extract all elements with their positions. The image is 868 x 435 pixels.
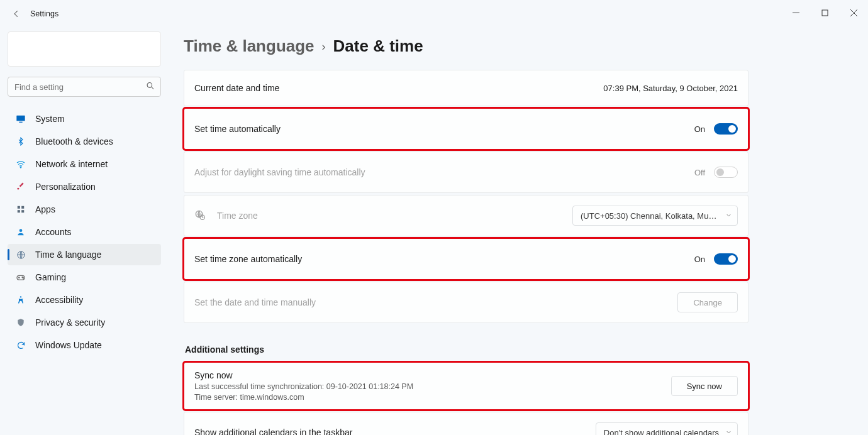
brush-icon — [15, 181, 26, 192]
sidebar-item-windows-update[interactable]: Windows Update — [8, 334, 161, 356]
card-sync-now: Sync now Last successful time synchroniz… — [184, 362, 748, 410]
sidebar-item-privacy[interactable]: Privacy & security — [8, 312, 161, 333]
svg-point-13 — [19, 229, 23, 232]
chevron-right-icon: › — [322, 40, 326, 53]
maximize-button[interactable] — [810, 0, 839, 25]
card-additional-calendars: Show additional calendars in the taskbar… — [184, 412, 748, 435]
svg-point-4 — [147, 83, 152, 88]
wifi-icon — [15, 158, 26, 170]
update-icon — [15, 339, 26, 351]
current-datetime-value: 07:39 PM, Saturday, 9 October, 2021 — [603, 84, 738, 93]
svg-rect-7 — [19, 122, 22, 123]
svg-rect-6 — [16, 116, 25, 121]
timezone-icon — [194, 209, 206, 223]
sidebar-item-label: Windows Update — [35, 340, 102, 350]
sidebar-item-personalization[interactable]: Personalization — [8, 176, 161, 197]
sidebar-item-accessibility[interactable]: Accessibility — [8, 289, 161, 311]
main-content: Time & language › Date & time Current da… — [169, 28, 868, 435]
sidebar: System Bluetooth & devices Network & int… — [0, 28, 169, 435]
search-input[interactable] — [8, 77, 161, 97]
chevron-down-icon — [725, 428, 732, 436]
back-button[interactable] — [5, 3, 28, 25]
breadcrumb-current: Date & time — [333, 36, 423, 56]
accessibility-icon — [15, 294, 26, 306]
additional-calendars-dropdown[interactable]: Don't show additional calendars — [596, 422, 738, 435]
titlebar: Settings — [0, 0, 868, 28]
sidebar-item-label: Bluetooth & devices — [35, 136, 113, 146]
set-time-auto-label: Set time automatically — [194, 124, 281, 134]
shield-icon — [15, 317, 26, 328]
change-button: Change — [677, 292, 738, 312]
svg-rect-1 — [822, 10, 828, 16]
timezone-dropdown[interactable]: (UTC+05:30) Chennai, Kolkata, Mumbai, Ne… — [572, 206, 738, 226]
apps-icon — [15, 204, 26, 215]
svg-point-19 — [23, 278, 23, 278]
window-title: Settings — [30, 9, 58, 18]
sidebar-item-gaming[interactable]: Gaming — [8, 267, 161, 288]
sidebar-item-label: Privacy & security — [35, 317, 105, 328]
svg-rect-10 — [21, 206, 24, 209]
sidebar-item-label: Network & internet — [35, 159, 108, 169]
svg-rect-11 — [18, 210, 20, 212]
additional-calendars-value: Don't show additional calendars — [604, 428, 719, 436]
set-tz-auto-toggle[interactable] — [714, 253, 738, 265]
sync-now-title: Sync now — [194, 370, 413, 380]
sidebar-item-system[interactable]: System — [8, 108, 161, 129]
nav: System Bluetooth & devices Network & int… — [8, 108, 161, 356]
set-tz-auto-label: Set time zone automatically — [194, 254, 302, 264]
toggle-state-label: On — [694, 124, 705, 134]
sidebar-item-label: Apps — [35, 204, 55, 214]
system-icon — [15, 113, 26, 124]
breadcrumb-parent[interactable]: Time & language — [184, 36, 314, 56]
card-set-manual: Set the date and time manually Change — [184, 282, 748, 323]
search-icon — [146, 82, 155, 92]
card-set-time-auto: Set time automatically On — [184, 108, 748, 150]
additional-settings-title: Additional settings — [185, 344, 748, 355]
svg-point-8 — [20, 167, 21, 168]
breadcrumb: Time & language › Date & time — [184, 36, 748, 56]
bluetooth-icon — [15, 136, 26, 147]
svg-point-20 — [20, 296, 21, 297]
set-manual-label: Set the date and time manually — [194, 297, 316, 307]
sidebar-item-apps[interactable]: Apps — [8, 199, 161, 220]
toggle-state-label: Off — [694, 168, 705, 177]
svg-rect-9 — [18, 206, 20, 209]
card-timezone: Time zone (UTC+05:30) Chennai, Kolkata, … — [184, 195, 748, 236]
timezone-value: (UTC+05:30) Chennai, Kolkata, Mumbai, Ne… — [581, 211, 719, 221]
sync-time-server: Time server: time.windows.com — [194, 393, 413, 402]
sidebar-item-bluetooth[interactable]: Bluetooth & devices — [8, 131, 161, 152]
person-icon — [15, 226, 26, 238]
sidebar-item-label: System — [35, 114, 65, 124]
close-button[interactable] — [839, 0, 868, 25]
toggle-state-label: On — [694, 255, 705, 264]
sidebar-item-label: Time & language — [35, 250, 101, 260]
svg-rect-12 — [21, 210, 24, 212]
current-datetime-label: Current date and time — [194, 83, 279, 93]
sidebar-item-label: Gaming — [35, 272, 66, 282]
card-current-datetime: Current date and time 07:39 PM, Saturday… — [184, 70, 748, 106]
set-time-auto-toggle[interactable] — [714, 123, 738, 135]
sidebar-item-label: Accounts — [35, 227, 72, 237]
minimize-button[interactable] — [781, 0, 810, 25]
svg-line-5 — [152, 87, 154, 89]
additional-calendars-label: Show additional calendars in the taskbar — [194, 427, 352, 435]
user-card[interactable] — [8, 31, 161, 67]
timezone-label: Time zone — [217, 211, 258, 221]
sidebar-item-time-language[interactable]: Time & language — [8, 244, 161, 265]
sync-now-button[interactable]: Sync now — [671, 376, 738, 396]
window-controls — [781, 0, 868, 25]
sidebar-item-label: Accessibility — [35, 295, 83, 305]
search-wrap — [8, 77, 161, 97]
sidebar-item-network[interactable]: Network & internet — [8, 153, 161, 175]
sync-last-success: Last successful time synchronization: 09… — [194, 382, 413, 391]
dst-label: Adjust for daylight saving time automati… — [194, 167, 365, 177]
chevron-down-icon — [725, 211, 732, 221]
sidebar-item-label: Personalization — [35, 182, 96, 192]
sidebar-item-accounts[interactable]: Accounts — [8, 221, 161, 243]
card-dst: Adjust for daylight saving time automati… — [184, 151, 748, 193]
card-set-tz-auto: Set time zone automatically On — [184, 238, 748, 280]
globe-clock-icon — [15, 249, 26, 260]
dst-toggle — [714, 167, 738, 178]
gaming-icon — [15, 272, 26, 283]
